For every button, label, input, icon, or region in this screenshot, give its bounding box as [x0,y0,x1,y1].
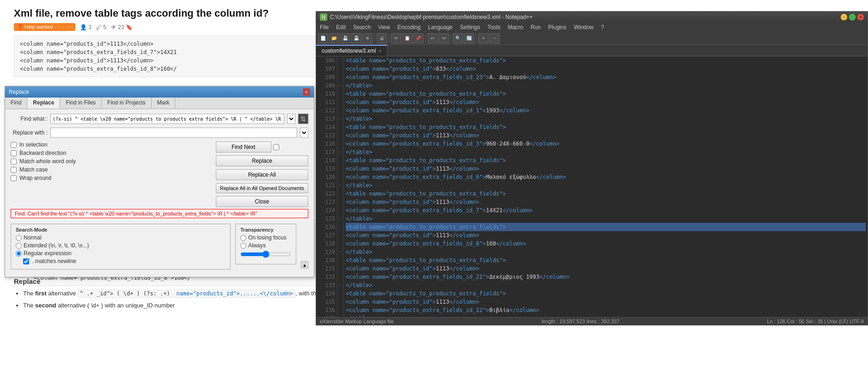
wrap-checkbox[interactable] [11,175,17,181]
whole-word-row: Match whole word only [11,158,211,165]
radio-regex[interactable] [16,251,22,257]
toolbar-redo[interactable]: ↪ [439,33,449,43]
code-line: <column name="products_id">1113</column> [346,298,866,306]
find-history-select[interactable]: ▼ [287,114,295,124]
menu-encoding[interactable]: Encoding [394,23,424,32]
code-line: <column name="products_extra_fields_id_8… [346,239,866,248]
maximize-button[interactable]: □ [849,14,856,20]
window-controls[interactable]: − □ × [841,14,864,20]
menu-file[interactable]: File [316,23,332,32]
menu-settings[interactable]: Settings [456,23,483,32]
npp-tabs: customfieldsnew3.xml × [316,45,868,56]
menu-language[interactable]: Language [424,23,456,32]
error-bar: Find: Can't find the text "(?x-si) ^ <ta… [11,209,308,218]
radio-normal[interactable] [16,235,22,241]
dialog-close-button[interactable]: × [303,88,310,96]
tab-find[interactable]: Find [5,98,27,109]
tab-mark[interactable]: Mark [152,98,176,109]
radio-losing-focus-row: On losing focus [240,234,291,241]
tab-replace[interactable]: Replace [27,98,60,109]
code-line: <column name="products_extra_fields_id_2… [346,306,866,314]
dot-newline-checkbox[interactable] [23,258,29,264]
radio-always[interactable] [240,243,246,249]
in-selection-label: In selection [19,141,48,148]
match-case-row: Match case [11,166,211,173]
notepad-window: N C:\Users\VikingFitness\Desktop\wpbf-pr… [316,11,868,325]
dialog-titlebar: Replace × [5,86,314,98]
toolbar-find[interactable]: 🔍 [453,33,463,43]
toolbar-cut[interactable]: ✂ [391,33,401,43]
replace-all-docs-button[interactable]: Replace All in All Opened Documents [216,183,308,193]
toolbar-undo[interactable]: ↩ [428,33,438,43]
radio-losing-focus[interactable] [240,235,246,241]
toolbar-new[interactable]: 📄 [318,33,328,43]
close-button[interactable]: Close [216,196,308,207]
whole-word-label: Match whole word only [19,158,76,165]
whole-word-checkbox[interactable] [11,159,17,165]
match-case-checkbox[interactable] [11,167,17,173]
npp-toolbar: 📄 📂 💾 💾 ✕ 🖨 ✂ 📋 📌 ↩ ↪ 🔍 🔄 + − [316,32,868,45]
code-line: </table> [346,148,866,156]
menu-search[interactable]: Search [349,23,374,32]
tab-customfieldsnew3[interactable]: customfieldsnew3.xml × [316,45,387,56]
replace-input[interactable] [50,128,297,138]
radio-extended-row: Extended (\n, \r, \t, \0, \x...) [16,242,226,249]
find-input[interactable] [50,114,284,124]
tab-find-in-projects[interactable]: Find in Projects [102,98,152,109]
note-item-2: The second alternative ( \d+ ) with an u… [23,301,333,310]
code-line: <column name="products_extra_fields_id_2… [346,273,866,281]
line-numbers: 1061071081091101111121131141151161171181… [316,56,337,317]
find-next-button[interactable]: Find Next [216,141,271,153]
transparency-slider[interactable] [240,251,291,258]
meta-stats: 👤 3 🖊 5 👁 23 🔖 [80,24,133,31]
find-swap-button[interactable]: ⇅ [298,114,308,124]
find-next-checkbox[interactable] [273,144,279,150]
menu-plugins[interactable]: Plugins [544,23,570,32]
code-line: <column name="products_id">1113</column> [346,165,866,173]
menu-run[interactable]: Run [527,23,544,32]
in-selection-checkbox[interactable] [11,142,17,148]
toolbar-open[interactable]: 📂 [329,33,339,43]
code-line: <column name="products_id">1113</column> [346,198,866,206]
window-close-button[interactable]: × [857,14,864,20]
replace-history-select[interactable]: ▼ [300,128,308,138]
tab-close-icon[interactable]: × [379,49,381,54]
menu-window[interactable]: Window [570,23,597,32]
transparency-title: Transparency [240,227,291,233]
minimize-button[interactable]: − [841,14,847,20]
options-panel: In selection Backward direction Match wh… [11,141,211,207]
menu-help[interactable]: ? [597,23,608,32]
npp-app-icon: N [320,13,327,21]
backward-checkbox[interactable] [11,150,17,156]
menu-macro[interactable]: Macro [504,23,527,32]
find-label: Find what : [11,116,48,122]
toolbar-save[interactable]: 💾 [340,33,350,43]
toolbar-paste[interactable]: 📌 [413,33,423,43]
npp-title: C:\Users\VikingFitness\Desktop\wpbf-prem… [330,14,533,20]
replace-button[interactable]: Replace [216,155,308,166]
arrow-panel: ▲ [301,221,308,272]
radio-extended[interactable] [16,243,22,249]
menu-view[interactable]: View [374,23,394,32]
toolbar-save-all[interactable]: 💾 [351,33,361,43]
toolbar-print[interactable]: 🖨 [377,33,387,43]
code-line: <column name="products_id">833</column> [346,65,866,73]
toolbar-copy[interactable]: 📋 [402,33,412,43]
tab-find-in-files[interactable]: Find in Files [60,98,102,109]
notes-title: Replace [14,277,333,285]
replace-row: Replace with : ▼ [11,128,308,138]
toolbar-replace[interactable]: 🔄 [464,33,474,43]
code-line: <table name="products_to_products_extra_… [346,223,866,231]
help-badge: ❓ Help wanted · · · · · · · [14,23,75,31]
menu-edit[interactable]: Edit [332,23,349,32]
radio-regex-row: Regular expression [16,250,226,257]
code-area[interactable]: <table name="products_to_products_extra_… [344,56,868,317]
replace-all-button[interactable]: Replace All [216,169,308,180]
toolbar-close[interactable]: ✕ [362,33,373,43]
scroll-up-button[interactable]: ▲ [301,261,308,269]
toolbar-zoom-in[interactable]: + [478,33,489,43]
statusbar-length: length : 19,597,523 lines : 392,337 [541,319,619,324]
menu-tools[interactable]: Tools [484,23,504,32]
toolbar-zoom-out[interactable]: − [489,33,500,43]
code-line: <table name="products_to_products_extra_… [346,156,866,165]
